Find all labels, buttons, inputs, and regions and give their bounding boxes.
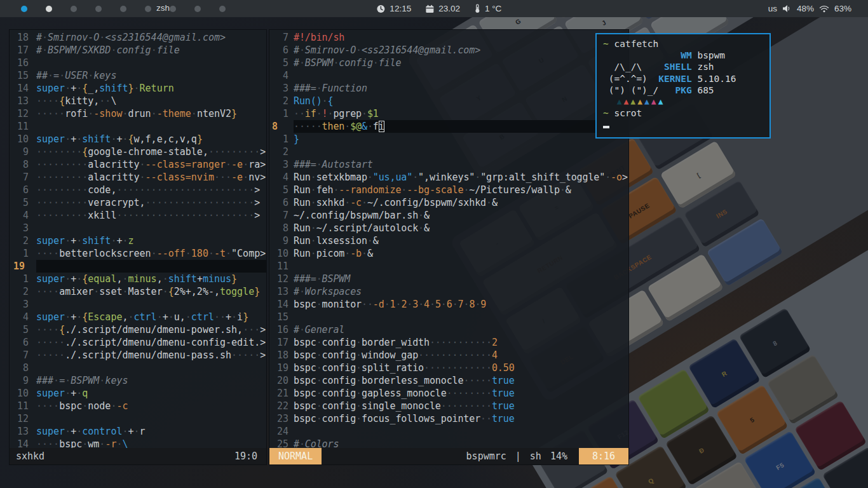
command-catfetch: catfetch bbox=[614, 38, 658, 50]
editor-line: 14····bspc·wm·-r·\ bbox=[10, 438, 266, 448]
line-number: 9 bbox=[13, 146, 29, 158]
line-number: 3 bbox=[272, 82, 288, 95]
editor-line: 22bspc·config·single_monocle·········tru… bbox=[269, 400, 628, 412]
editor-line: 4 bbox=[269, 69, 628, 82]
editor-line: 3###=·Function bbox=[269, 82, 628, 95]
line-number: 5 bbox=[272, 184, 288, 196]
code-text bbox=[294, 146, 628, 158]
line-number: 2 bbox=[272, 146, 288, 158]
code-text: bspc·config·window_gap·············4 bbox=[294, 349, 628, 362]
command-scrot: scrot bbox=[614, 107, 642, 119]
catfetch-info-row: (=^.^=) KERNEL 5.10.16 bbox=[603, 73, 763, 85]
editor-line: 11 bbox=[10, 120, 266, 133]
ascii-cat-art: /\_/\ bbox=[603, 61, 658, 72]
editor-line: 20bspc·config·borderless_monocle·····tru… bbox=[269, 374, 628, 387]
editor-line: 2Run()·{ bbox=[269, 95, 628, 107]
line-number: 3 bbox=[272, 158, 288, 171]
workspace-dot-9[interactable] bbox=[219, 6, 226, 12]
editor-line: 16#·General bbox=[269, 323, 628, 336]
line-number: 3 bbox=[13, 222, 29, 234]
line-number: 25 bbox=[272, 438, 288, 448]
line-number: 1 bbox=[272, 133, 288, 146]
line-number: 15 bbox=[13, 69, 29, 82]
workspace-dot-3[interactable] bbox=[71, 6, 77, 12]
code-text: #!/bin/sh bbox=[294, 31, 628, 44]
palette-triangle: ▲ bbox=[644, 96, 651, 107]
code-text: ·····./.script/dmenu/dmenu-pass.sh·····> bbox=[36, 349, 266, 362]
workspace-dot-7[interactable] bbox=[170, 6, 176, 12]
statusline-position: 8:16 bbox=[579, 448, 628, 464]
editor-line: 3 bbox=[10, 298, 266, 311]
code-text: #·General bbox=[294, 323, 628, 336]
workspace-dot-2[interactable] bbox=[46, 6, 52, 12]
line-number: 2 bbox=[13, 285, 29, 298]
statusline-filename: bspwmrc bbox=[466, 451, 506, 462]
line-number: 8 bbox=[272, 120, 288, 133]
editor-line: 7~/.config/bspwm/bar.sh·& bbox=[269, 209, 628, 222]
editor-line: 19bspc·config·split_ratio············0.5… bbox=[269, 362, 628, 374]
code-text bbox=[294, 311, 628, 323]
code-text: ·········alacritty·--class=ranger·-e·ra> bbox=[36, 158, 266, 171]
clock-icon bbox=[376, 4, 385, 13]
info-value: bspwm bbox=[692, 50, 725, 61]
code-text: bspc·config·single_monocle·········true bbox=[294, 400, 628, 412]
prompt-symbol: ~ bbox=[603, 107, 609, 119]
editor-line: 7#!/bin/sh bbox=[269, 31, 628, 44]
code-text: ##·=·USER·keys bbox=[36, 69, 266, 82]
bar-center-modules: 12:15 23.02 1 °C bbox=[376, 0, 501, 17]
editor-buffer-sxhkd: 18#·Smirnov-O·<ss2316544@gmail.com>17#·B… bbox=[10, 30, 266, 448]
line-number: 1 bbox=[272, 107, 288, 120]
code-text bbox=[36, 362, 266, 374]
editor-line: 19 bbox=[10, 260, 266, 273]
code-text bbox=[36, 57, 266, 69]
line-number: 7 bbox=[13, 349, 29, 362]
editor-line: 5····{./.script/dmenu/dmenu-power.sh,···… bbox=[10, 323, 266, 336]
editor-line: 7·········alacritty·--class=nvim···-e·nv… bbox=[10, 171, 266, 184]
vim-mode-indicator: NORMAL bbox=[269, 448, 322, 464]
info-label: PKG bbox=[658, 85, 691, 96]
line-number: 5 bbox=[13, 196, 29, 209]
editor-line: 8·········alacritty·--class=ranger·-e·ra… bbox=[10, 158, 266, 171]
terminal-window-bspwmrc[interactable]: 7#!/bin/sh6#·Smirnov-O·<ss2316544@gmail.… bbox=[269, 29, 629, 465]
workspace-dot-5[interactable] bbox=[120, 6, 126, 12]
code-text bbox=[294, 260, 628, 273]
code-text: Run()·{ bbox=[294, 95, 628, 107]
workspace-dot-6[interactable] bbox=[145, 6, 151, 12]
code-text: #·Smirnov-O·<ss2316544@gmail.com> bbox=[36, 31, 266, 44]
line-number: 12 bbox=[272, 273, 288, 285]
statusline-left: sxhkd 19:0 bbox=[10, 448, 266, 464]
workspace-dot-4[interactable] bbox=[95, 6, 102, 12]
calendar-icon bbox=[425, 4, 434, 13]
code-text: super·+·shift·+·{w,f,e,c,v,q} bbox=[36, 133, 266, 146]
code-text: ····{./.script/dmenu/dmenu-power.sh,···> bbox=[36, 323, 266, 336]
code-text: ·········xkill························> bbox=[36, 209, 266, 222]
workspace-dot-8[interactable] bbox=[194, 6, 201, 12]
editor-line: 1····betterlockscreen·--off·180·-t·"Comp… bbox=[10, 247, 266, 260]
line-number: 17 bbox=[272, 336, 288, 349]
terminal-window-sxhkd[interactable]: 18#·Smirnov-O·<ss2316544@gmail.com>17#·B… bbox=[9, 29, 267, 465]
code-text: #·Smirnov-O·<ss2316544@gmail.com> bbox=[294, 44, 628, 57]
code-text: Run·lxsession·& bbox=[294, 234, 628, 247]
editor-line: 3 bbox=[10, 222, 266, 234]
editor-line: 17bspc·config·border_width···········2 bbox=[269, 336, 628, 349]
editor-line: 13#·Workspaces bbox=[269, 285, 628, 298]
code-text: ··if·!·pgrep·$1 bbox=[294, 107, 628, 120]
line-number: 21 bbox=[272, 387, 288, 400]
line-number: 8 bbox=[13, 362, 29, 374]
code-text: ····bspc·node·-c bbox=[36, 400, 266, 412]
floating-terminal-catfetch[interactable]: ~ catfetch WM bspwm /\_/\ SHELL zsh (=^.… bbox=[595, 33, 771, 139]
catfetch-info-row: WM bspwm bbox=[603, 50, 763, 61]
palette-triangle: ▲ bbox=[617, 96, 624, 107]
focused-window-title: zsh bbox=[156, 3, 170, 13]
code-text bbox=[36, 120, 266, 133]
code-text: Run·feh·--randomize·--bg-scale·~/Picture… bbox=[294, 184, 628, 196]
editor-line: 10Run·picom·-b·& bbox=[269, 247, 628, 260]
workspace-dot-1[interactable] bbox=[21, 6, 27, 12]
editor-line: 16 bbox=[10, 57, 266, 69]
line-number: 4 bbox=[272, 171, 288, 184]
catfetch-info-row: (") (")_/PKG 685 bbox=[603, 85, 763, 96]
code-text bbox=[36, 298, 266, 311]
line-number: 14 bbox=[13, 438, 29, 448]
line-number: 2 bbox=[13, 234, 29, 247]
editor-buffer-bspwmrc: 7#!/bin/sh6#·Smirnov-O·<ss2316544@gmail.… bbox=[269, 30, 628, 448]
